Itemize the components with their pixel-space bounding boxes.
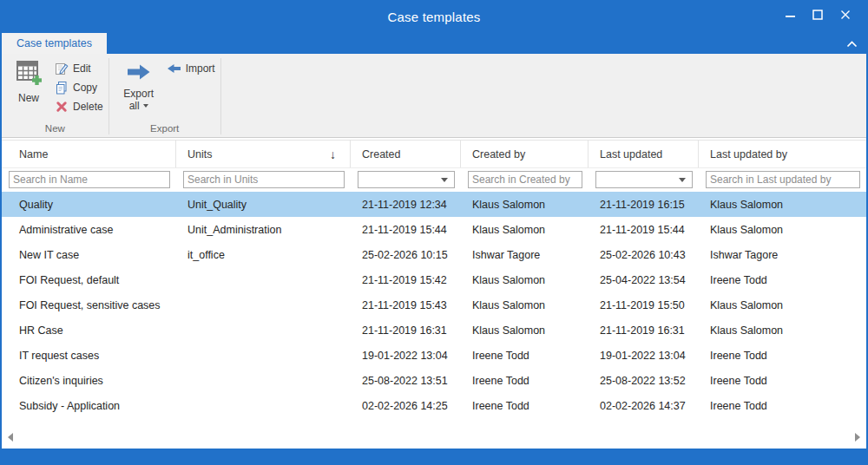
table-row[interactable]: Citizen's inquiries25-08-2022 13:51Ireen… — [2, 368, 866, 393]
column-header-label: Created by — [472, 148, 525, 160]
column-header-created[interactable]: Created — [351, 141, 461, 167]
close-icon — [840, 10, 851, 23]
column-header-name[interactable]: Name — [2, 141, 176, 167]
cell-last-updated: 21-11-2019 15:44 — [589, 217, 699, 242]
table-row[interactable]: FOI Request, sensitive cases21-11-2019 1… — [2, 292, 866, 318]
cell-units — [176, 318, 351, 343]
filter-cell-last-updated-by — [699, 168, 866, 192]
filter-dropdown-created[interactable] — [358, 171, 455, 188]
cell-last-updated-by: Ireene Todd — [699, 393, 866, 418]
cell-created: 21-11-2019 15:42 — [351, 267, 461, 292]
cell-name: HR Case — [2, 318, 176, 343]
table-row[interactable]: New IT caseit_office25-02-2026 10:15Ishw… — [2, 242, 866, 267]
cell-name: FOI Request, default — [2, 267, 176, 292]
tab-case-templates[interactable]: Case templates — [2, 33, 107, 54]
filter-cell-created-by — [461, 168, 589, 192]
titlebar: Case templates — [0, 0, 868, 33]
table-row[interactable]: Subsidy - Application02-02-2026 14:25Ire… — [2, 393, 866, 418]
new-case-template-icon — [15, 59, 43, 88]
cell-created-by: Ireene Todd — [461, 393, 589, 418]
cell-last-updated-by: Klaus Salomon — [699, 217, 866, 242]
cell-last-updated: 21-11-2019 16:31 — [589, 318, 699, 343]
scroll-right-button[interactable] — [852, 432, 863, 442]
scroll-left-button[interactable] — [5, 432, 16, 442]
cell-last-updated-by: Ishwar Tagore — [699, 242, 866, 267]
cell-units — [176, 292, 351, 318]
column-header-last-updated[interactable]: Last updated — [589, 141, 699, 167]
cell-created: 21-11-2019 15:43 — [351, 292, 461, 318]
tabbar: Case templates — [0, 33, 868, 54]
cell-created: 25-08-2022 13:51 — [351, 368, 461, 393]
maximize-button[interactable] — [804, 4, 832, 28]
dropdown-caret-icon — [441, 178, 448, 182]
ribbon-group-new: New Edit — [2, 54, 108, 137]
group-label-new: New — [2, 121, 108, 137]
cell-units: it_office — [176, 242, 351, 267]
cell-created-by: Ishwar Tagore — [461, 242, 589, 267]
case-templates-table: NameUnits↓CreatedCreated byLast updatedL… — [2, 138, 866, 449]
cell-units — [176, 368, 351, 393]
edit-button[interactable]: Edit — [54, 59, 103, 78]
import-button[interactable]: Import — [167, 59, 215, 78]
filter-input-name[interactable] — [9, 171, 170, 188]
edit-icon — [54, 62, 69, 75]
cell-name: Administrative case — [2, 217, 176, 242]
cell-last-updated-by: Ireene Todd — [699, 368, 866, 393]
column-header-label: Last updated by — [710, 148, 787, 160]
cell-units — [176, 343, 351, 368]
filter-input-created-by[interactable] — [468, 171, 582, 188]
cell-created: 02-02-2026 14:25 — [351, 393, 461, 418]
filter-dropdown-last-updated[interactable] — [595, 171, 693, 188]
cell-created-by: Klaus Salomon — [461, 292, 589, 318]
copy-icon — [54, 81, 69, 95]
column-header-label: Created — [362, 148, 400, 160]
cell-created: 21-11-2019 15:44 — [351, 217, 461, 242]
table-row[interactable]: FOI Request, default21-11-2019 15:42Klau… — [2, 267, 866, 292]
sort-descending-icon: ↓ — [330, 147, 336, 161]
cell-name: Citizen's inquiries — [2, 368, 176, 393]
filter-cell-created — [351, 168, 461, 192]
table-body: QualityUnit_Quality21-11-2019 12:34Klaus… — [2, 192, 866, 418]
maximize-icon — [812, 10, 823, 23]
table-row[interactable]: QualityUnit_Quality21-11-2019 12:34Klaus… — [2, 192, 866, 217]
cell-created: 19-01-2022 13:04 — [351, 343, 461, 368]
ribbon: New Edit — [2, 54, 866, 138]
filter-cell-name — [2, 168, 176, 192]
filter-input-units[interactable] — [183, 171, 345, 188]
column-header-label: Name — [19, 148, 48, 160]
import-arrow-icon — [167, 63, 181, 74]
delete-icon — [54, 101, 69, 113]
cell-units — [176, 267, 351, 292]
column-header-label: Last updated — [600, 148, 662, 160]
cell-name: New IT case — [2, 242, 176, 267]
filter-input-last-updated-by[interactable] — [706, 171, 860, 188]
table-row[interactable]: IT request cases19-01-2022 13:04Ireene T… — [2, 343, 866, 368]
cell-last-updated: 19-01-2022 13:04 — [589, 343, 699, 368]
table-header-row: NameUnits↓CreatedCreated byLast updatedL… — [2, 140, 866, 168]
filter-cell-units — [176, 168, 351, 192]
cell-created-by: Klaus Salomon — [461, 217, 589, 242]
export-all-button[interactable]: Export all — [116, 59, 161, 113]
table-row[interactable]: Administrative caseUnit_Administration21… — [2, 217, 866, 242]
cell-last-updated: 21-11-2019 15:50 — [589, 292, 699, 318]
column-header-created-by[interactable]: Created by — [461, 141, 589, 167]
cell-last-updated: 25-02-2026 10:43 — [589, 242, 699, 267]
tab-label: Case templates — [16, 37, 92, 49]
cell-name: FOI Request, sensitive cases — [2, 292, 176, 318]
column-header-units[interactable]: Units↓ — [176, 141, 351, 167]
minimize-icon — [786, 10, 795, 23]
copy-button[interactable]: Copy — [54, 78, 103, 97]
minimize-button[interactable] — [776, 4, 804, 28]
cell-created: 21-11-2019 16:31 — [351, 318, 461, 343]
app-window: Case templates Case templates — [0, 0, 868, 465]
cell-units — [176, 393, 351, 418]
close-button[interactable] — [832, 4, 859, 28]
cell-created-by: Klaus Salomon — [461, 192, 589, 217]
window-controls — [776, 4, 859, 28]
table-row[interactable]: HR Case21-11-2019 16:31Klaus Salomon21-1… — [2, 318, 866, 343]
column-header-last-updated-by[interactable]: Last updated by — [699, 141, 866, 167]
new-button[interactable]: New — [9, 59, 49, 104]
ribbon-collapse-button[interactable] — [842, 36, 861, 50]
delete-button[interactable]: Delete — [54, 97, 103, 116]
dropdown-caret-icon — [143, 104, 148, 108]
